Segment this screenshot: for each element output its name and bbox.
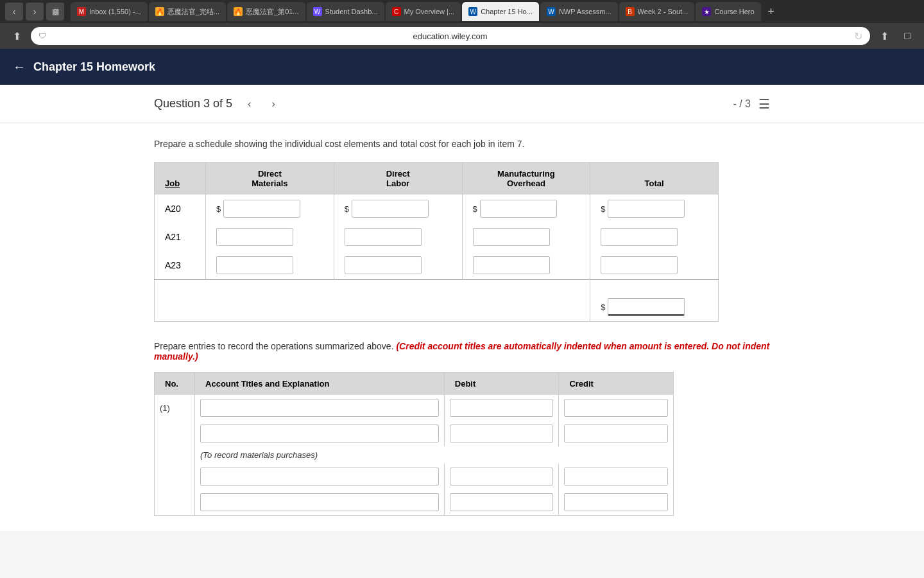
job-a21-label: A21 xyxy=(155,223,206,251)
a21-direct-materials-input[interactable] xyxy=(216,228,293,246)
a20-mfg-overhead-input[interactable] xyxy=(480,200,557,218)
entry-2-account1-input[interactable] xyxy=(200,468,439,486)
main-content: Prepare a schedule showing the individua… xyxy=(0,123,924,531)
tabs-bar: ‹ › ▩ M Inbox (1,550) -... 🔥 恶魔法官_完结... … xyxy=(0,0,924,23)
tab-mofaguan2[interactable]: 🔥 恶魔法官_第01... xyxy=(227,2,305,21)
a23-direct-materials-input[interactable] xyxy=(216,256,293,274)
entry-2-account2-input[interactable] xyxy=(200,493,439,511)
back-to-home-button[interactable]: ← xyxy=(13,60,26,74)
a21-direct-materials-cell xyxy=(206,223,334,251)
address-bar[interactable]: 🛡 education.wiley.com ↻ xyxy=(31,27,870,45)
entry-1-account1-input[interactable] xyxy=(200,399,439,417)
entry-1-debit1-input[interactable] xyxy=(450,399,554,417)
new-tab-button[interactable]: + xyxy=(762,3,780,21)
a20-direct-labor-cell: $ xyxy=(334,195,462,223)
a20-direct-materials-input[interactable] xyxy=(223,200,300,218)
tab-week2-label: Week 2 - Sout... xyxy=(638,8,689,15)
grand-total-input[interactable] xyxy=(608,298,685,316)
journal-note-row: (To record materials purchases) xyxy=(155,446,674,464)
entry-1-row2-no xyxy=(155,421,195,446)
table-row-a23: A23 xyxy=(155,251,719,280)
entry-1-credit2-input[interactable] xyxy=(564,425,668,442)
tab-nwp[interactable]: W NWP Assessm... xyxy=(540,2,618,21)
a20-direct-labor-input[interactable] xyxy=(352,200,429,218)
student-favicon: W xyxy=(313,7,322,16)
myoverview-favicon: C xyxy=(392,7,401,16)
tab-coursehero-label: Course Hero xyxy=(714,8,754,15)
a23-direct-labor-input[interactable] xyxy=(345,256,422,274)
note-no xyxy=(155,446,195,464)
entry-1-debit2-input[interactable] xyxy=(450,425,554,442)
tab-mofaguan1[interactable]: 🔥 恶魔法官_完结... xyxy=(149,2,226,21)
tab-chapter15-label: Chapter 15 Ho... xyxy=(481,8,533,15)
col-total-header: Total xyxy=(590,162,719,195)
browser-share-action[interactable]: ⬆ xyxy=(875,27,893,45)
job-a23-label: A23 xyxy=(155,251,206,280)
tab-student[interactable]: W Student Dashb... xyxy=(307,2,384,21)
browser-resize-button[interactable]: □ xyxy=(898,27,916,45)
col-job-header: Job xyxy=(155,162,206,195)
tab-mofaguan2-label: 恶魔法官_第01... xyxy=(246,7,299,17)
journal-entries-table: No. Account Titles and Explanation Debit… xyxy=(154,372,674,516)
forward-browser-button[interactable]: › xyxy=(26,3,44,21)
question-label: Question 3 of 5 xyxy=(154,97,232,110)
entry-1-account2-input[interactable] xyxy=(200,425,439,442)
entry-1-account1-cell xyxy=(195,395,445,421)
entry-2-credit1-input[interactable] xyxy=(564,468,668,486)
page-indicator: - / 3 xyxy=(733,98,751,110)
a20-dm-dollar: $ xyxy=(216,204,221,214)
a21-total-input[interactable] xyxy=(601,228,678,246)
a20-total-cell: $ xyxy=(590,195,719,223)
entry-2-row2-no xyxy=(155,489,195,516)
tab-myoverview[interactable]: C My Overview |... xyxy=(386,2,461,21)
entry-1-no: (1) xyxy=(155,395,195,421)
tab-chapter15[interactable]: W Chapter 15 Ho... xyxy=(462,2,539,21)
week2-favicon: B xyxy=(626,7,635,16)
entry-2-debit2-input[interactable] xyxy=(450,493,554,511)
a21-direct-labor-cell xyxy=(334,223,462,251)
mofaguan1-favicon: 🔥 xyxy=(155,7,164,16)
entry-1-credit1-input[interactable] xyxy=(564,399,668,417)
prev-question-button[interactable]: ‹ xyxy=(243,96,256,112)
col-credit-header: Credit xyxy=(559,372,674,396)
browser-nav-buttons: ‹ › ▩ xyxy=(5,3,64,21)
col-account-header: Account Titles and Explanation xyxy=(195,372,445,396)
entry-2-credit2-input[interactable] xyxy=(564,493,668,511)
entry-1-debit2-cell xyxy=(444,421,559,446)
tab-overview-button[interactable]: ▩ xyxy=(46,3,64,21)
col-direct-materials-header: Direct Materials xyxy=(206,162,334,195)
address-bar-row: ⬆ 🛡 education.wiley.com ↻ ⬆ □ xyxy=(0,23,924,49)
col-no-header: No. xyxy=(155,372,195,396)
tab-week2[interactable]: B Week 2 - Sout... xyxy=(619,2,695,21)
reload-button[interactable]: ↻ xyxy=(854,30,862,42)
a23-direct-materials-cell xyxy=(206,251,334,280)
a20-mo-dollar: $ xyxy=(473,204,477,214)
entry-2-account1-cell xyxy=(195,464,445,489)
a23-mfg-overhead-cell xyxy=(462,251,590,280)
a23-direct-labor-cell xyxy=(334,251,462,280)
a21-direct-labor-input[interactable] xyxy=(345,228,422,246)
question-nav-bar: Question 3 of 5 ‹ › - / 3 ☰ xyxy=(0,85,924,123)
share-button[interactable]: ⬆ xyxy=(8,27,26,45)
a23-total-input[interactable] xyxy=(601,256,678,274)
col-direct-labor-header: Direct Labor xyxy=(334,162,462,195)
tab-student-label: Student Dashb... xyxy=(325,8,378,15)
entry-2-debit1-input[interactable] xyxy=(450,468,554,486)
a20-total-input[interactable] xyxy=(608,200,685,218)
a21-mfg-overhead-input[interactable] xyxy=(473,228,550,246)
col-debit-header: Debit xyxy=(444,372,559,396)
question-nav-right: - / 3 ☰ xyxy=(733,96,770,112)
table-row-a21: A21 xyxy=(155,223,719,251)
tab-myoverview-label: My Overview |... xyxy=(404,8,455,15)
schedule-instruction: Prepare a schedule showing the individua… xyxy=(154,139,770,149)
chapter15-favicon: W xyxy=(468,7,477,16)
a23-mfg-overhead-input[interactable] xyxy=(473,256,550,274)
back-browser-button[interactable]: ‹ xyxy=(5,3,23,21)
tab-coursehero[interactable]: ★ Course Hero xyxy=(696,2,760,21)
tab-gmail[interactable]: M Inbox (1,550) -... xyxy=(71,2,148,21)
next-question-button[interactable]: › xyxy=(266,96,280,112)
list-view-icon[interactable]: ☰ xyxy=(758,96,770,112)
a21-mfg-overhead-cell xyxy=(462,223,590,251)
entry-1-credit1-cell xyxy=(559,395,674,421)
entry-2-row1-no xyxy=(155,464,195,489)
